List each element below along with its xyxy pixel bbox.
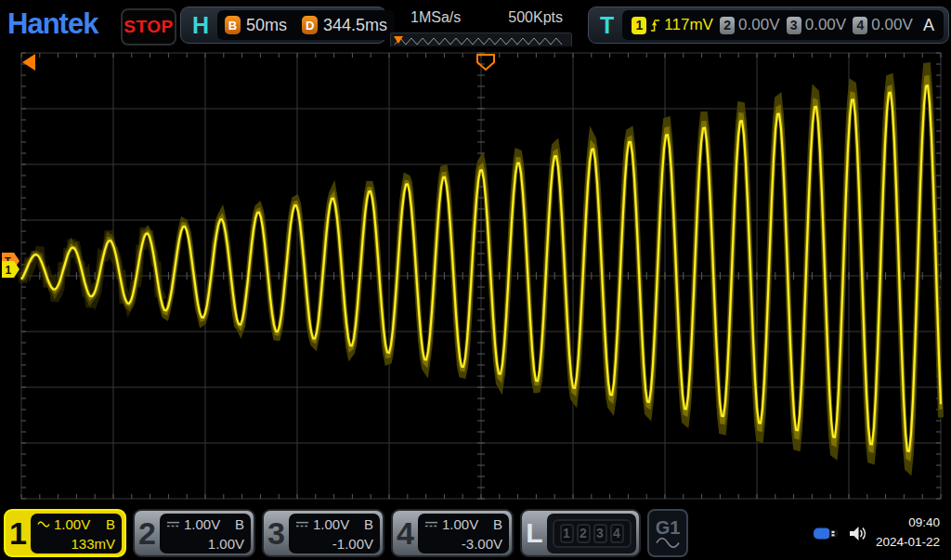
trigger-level-value: 117mV — [664, 16, 713, 34]
channel-3-box[interactable]: 3 1.00V B -1.00V — [262, 509, 384, 557]
channel-1-box[interactable]: 1 1.00V B 133mV — [4, 509, 126, 557]
channel-3-bandwidth: B — [364, 517, 373, 531]
horizontal-panel[interactable]: H B 50ms D 344.5ms — [180, 7, 386, 44]
rising-edge-icon — [650, 18, 660, 33]
trigger-position-marker[interactable] — [477, 55, 494, 70]
brand-logo: Hantek — [7, 7, 98, 41]
channel-3-offset: -1.00V — [295, 537, 373, 551]
channel-4-bandwidth: B — [493, 517, 502, 531]
run-state-label: STOP — [124, 17, 173, 37]
dc-coupling-icon — [424, 520, 438, 528]
logic-channel-4: 4 — [610, 524, 624, 543]
delay-badge: D — [302, 16, 318, 34]
trigger-values: 1 117mV 2 0.00V 3 0.00V 4 0. — [622, 10, 944, 40]
logic-channel-2: 2 — [577, 524, 591, 543]
trigger-channel-1-badge: 1 — [632, 17, 646, 34]
trigger-source-3[interactable]: 3 0.00V — [787, 16, 846, 34]
channel-3-info: 1.00V B -1.00V — [289, 514, 380, 553]
generator-g1-box[interactable]: G1 — [647, 509, 688, 557]
channel-bar: 1 1.00V B 133mV 2 — [0, 506, 951, 560]
channel-4-offset: -3.00V — [424, 537, 502, 551]
trigger-source-2[interactable]: 2 0.00V — [720, 16, 779, 34]
channel-2-offset: 1.00V — [166, 537, 244, 551]
record-length-value: 500Kpts — [508, 9, 563, 29]
trigger-mode-auto: A — [923, 16, 934, 35]
channel-1-zero-marker-label: 1 — [6, 264, 12, 277]
scope-canvas: T1 — [0, 46, 951, 506]
timebase-badge: B — [225, 16, 241, 34]
channel-1-offset: 133mV — [37, 537, 115, 551]
channel-3-number: 3 — [264, 517, 289, 549]
logic-channel-1: 1 — [560, 524, 574, 543]
sine-wave-icon — [656, 537, 680, 549]
timebase-value: 50ms — [246, 16, 287, 35]
channel-4-info: 1.00V B -3.00V — [418, 514, 509, 553]
trigger-channel-3-badge: 3 — [787, 17, 801, 34]
channel-2-number: 2 — [135, 517, 160, 549]
clock-time: 09:40 — [876, 514, 940, 533]
channel-3-scale: 1.00V — [313, 517, 349, 531]
delay-value: 344.5ms — [323, 16, 387, 35]
horizontal-panel-label: H — [192, 14, 209, 37]
sample-rate-value: 1MSa/s — [410, 9, 461, 29]
trigger-channel-4-badge: 4 — [853, 17, 867, 34]
channel-1-bandwidth: B — [106, 517, 115, 531]
dc-coupling-icon — [295, 520, 309, 528]
trigger-level-3: 0.00V — [805, 16, 846, 34]
ac-coupling-icon — [37, 520, 50, 528]
channel-1-scale: 1.00V — [54, 517, 90, 531]
run-state-button[interactable]: STOP — [121, 8, 176, 46]
oscilloscope-screen: Hantek STOP H B 50ms D 344.5ms 1MSa/s 50… — [0, 0, 951, 560]
status-area: 09:40 2024-01-22 — [813, 514, 947, 553]
logic-channels-box[interactable]: L 1 2 3 4 — [520, 509, 641, 557]
horizontal-reference-arrow-icon[interactable] — [22, 54, 35, 71]
channel-4-scale: 1.00V — [442, 517, 478, 531]
speaker-icon[interactable] — [848, 525, 868, 542]
trigger-panel[interactable]: T 1 117mV 2 0.00V 3 0.00V — [588, 7, 949, 44]
trigger-level-4: 0.00V — [871, 16, 912, 34]
trigger-panel-label: T — [600, 14, 614, 37]
channel-2-info: 1.00V B 1.00V — [160, 514, 251, 553]
waveform-display-area[interactable]: T1 — [0, 46, 951, 506]
channel-1-number: 1 — [6, 517, 31, 549]
clock-date: 2024-01-22 — [876, 533, 940, 553]
dc-coupling-icon — [166, 520, 180, 528]
acquisition-info: 1MSa/s 500Kpts — [390, 9, 572, 47]
logic-channel-3: 3 — [593, 524, 607, 543]
channel-2-scale: 1.00V — [184, 517, 220, 531]
channel-1-info: 1.00V B 133mV — [31, 514, 122, 553]
horizontal-values: B 50ms D 344.5ms — [217, 10, 395, 40]
record-overview-waveform-icon — [391, 35, 569, 46]
logic-label: L — [522, 519, 547, 547]
logic-channels: 1 2 3 4 — [547, 514, 636, 553]
trigger-source-1[interactable]: 1 117mV — [632, 16, 713, 34]
trigger-level-2: 0.00V — [738, 16, 779, 34]
record-zigzag — [395, 38, 562, 45]
channel-4-number: 4 — [393, 517, 418, 549]
horizontal-position-strip[interactable] — [390, 33, 572, 47]
generator-label: G1 — [656, 518, 681, 537]
channel-4-box[interactable]: 4 1.00V B -3.00V — [391, 509, 514, 557]
top-bar: Hantek STOP H B 50ms D 344.5ms 1MSa/s 50… — [0, 0, 951, 46]
usb-drive-icon — [813, 525, 840, 542]
channel-2-bandwidth: B — [235, 517, 244, 531]
channel-2-box[interactable]: 2 1.00V B 1.00V — [133, 509, 255, 557]
trigger-source-4[interactable]: 4 0.00V — [853, 16, 912, 34]
trigger-channel-2-badge: 2 — [720, 17, 735, 34]
